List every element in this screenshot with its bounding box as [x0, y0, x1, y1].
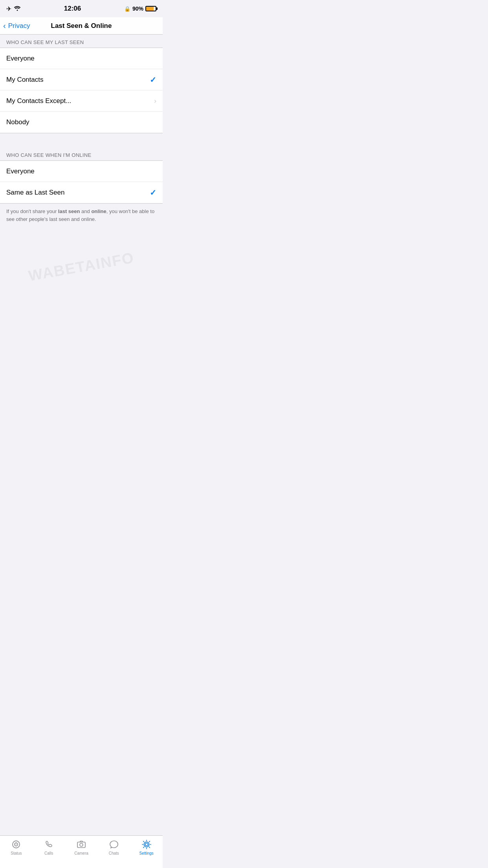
watermark-area: WABETAINFO [0, 228, 163, 306]
online-option-everyone[interactable]: Everyone [0, 161, 163, 182]
section-gap-1 [0, 133, 163, 147]
online-section-header: WHO CAN SEE WHEN I'M ONLINE [0, 147, 163, 160]
info-text-middle: and [80, 208, 92, 214]
last-seen-option-nobody[interactable]: Nobody [0, 112, 163, 133]
info-text-bold-last-seen: last seen [58, 208, 80, 214]
chevron-right-icon: › [154, 97, 156, 105]
info-text-bold-online: online [91, 208, 106, 214]
info-text: If you don't share your last seen and on… [0, 204, 163, 228]
last-seen-option-my-contacts-except[interactable]: My Contacts Except... › [0, 90, 163, 112]
online-options-list: Everyone Same as Last Seen ✓ [0, 160, 163, 204]
status-right: 🔒 90% [124, 6, 156, 12]
last-seen-option-everyone[interactable]: Everyone [0, 48, 163, 69]
airplane-icon: ✈ [6, 5, 11, 13]
back-label: Privacy [8, 22, 30, 30]
last-seen-my-contacts-label: My Contacts [6, 76, 150, 84]
back-chevron-icon: ‹ [3, 21, 6, 30]
last-seen-my-contacts-except-label: My Contacts Except... [6, 97, 154, 105]
last-seen-my-contacts-check-icon: ✓ [150, 75, 156, 85]
back-button[interactable]: ‹ Privacy [3, 21, 30, 30]
last-seen-option-my-contacts[interactable]: My Contacts ✓ [0, 69, 163, 90]
status-bar: ✈ 12:06 🔒 90% [0, 0, 163, 17]
last-seen-everyone-label: Everyone [6, 55, 156, 63]
lock-icon: 🔒 [124, 6, 130, 12]
online-same-as-last-seen-label: Same as Last Seen [6, 189, 150, 197]
last-seen-section-header: WHO CAN SEE MY LAST SEEN [0, 35, 163, 48]
last-seen-options-list: Everyone My Contacts ✓ My Contacts Excep… [0, 48, 163, 133]
content-area: WHO CAN SEE MY LAST SEEN Everyone My Con… [0, 35, 163, 339]
nav-bar: ‹ Privacy Last Seen & Online [0, 17, 163, 35]
online-same-as-last-seen-check-icon: ✓ [150, 188, 156, 197]
online-everyone-label: Everyone [6, 167, 156, 175]
watermark-content: WABETAINFO [27, 249, 136, 285]
info-text-before: If you don't share your [6, 208, 58, 214]
status-time: 12:06 [64, 5, 81, 13]
battery-icon [145, 6, 156, 11]
last-seen-nobody-label: Nobody [6, 118, 156, 126]
wifi-icon [14, 6, 21, 12]
page-title: Last Seen & Online [51, 22, 112, 30]
battery-percent: 90% [132, 6, 143, 12]
online-option-same-as-last-seen[interactable]: Same as Last Seen ✓ [0, 182, 163, 203]
status-left: ✈ [6, 5, 21, 13]
